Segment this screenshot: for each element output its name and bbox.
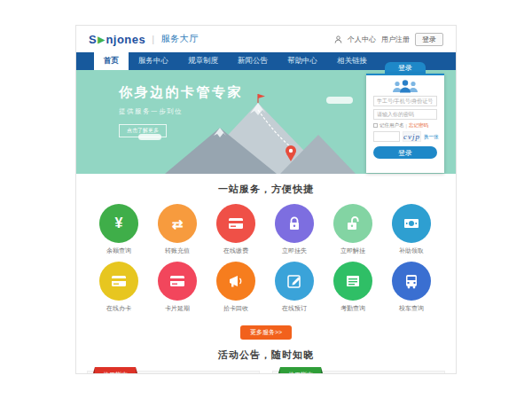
service-label: 考勤查询 [324,304,382,313]
hero-cta-button[interactable]: 点击了解更多 [119,124,167,137]
service-label: 余额查询 [90,246,148,255]
services-grid: ¥ 余额查询 ⇄ 转账充值 在线缴费 立即挂失 [90,204,442,319]
service-balance[interactable]: ¥ 余额查询 [90,204,148,255]
service-bus[interactable]: 校车查询 [382,262,441,313]
service-label: 立即解挂 [324,246,382,255]
nav-item-service-center[interactable]: 服务中心 [129,52,178,70]
hero-subtitle: 提供服务一步到位 [119,107,243,116]
bank-card-icon [227,215,245,232]
logo-divider: | [152,34,154,44]
edit-icon [286,272,303,290]
service-payment[interactable]: 在线缴费 [207,204,265,255]
users-group-icon [390,79,420,93]
top-login-button[interactable]: 登录 [415,33,443,46]
service-label: 转账充值 [148,246,207,255]
service-transfer[interactable]: ⇄ 转账充值 [148,204,207,255]
logo-arrow-icon: ▶ [98,35,105,44]
tab-usage-guide[interactable]: 使用指南 [280,367,321,374]
list-icon [344,272,362,290]
service-label: 在线办卡 [90,304,148,313]
service-label: 卡片延期 [148,304,207,313]
more-link[interactable]: 更多>> [237,373,254,374]
service-attendance[interactable]: 考勤查询 [324,262,382,313]
login-tab[interactable]: 登录 [385,62,426,74]
personal-center-link[interactable]: 个人中心 [348,35,376,44]
remember-checkbox[interactable] [373,123,378,128]
captcha-row: cvjp 换一张 [373,131,437,142]
service-report-loss[interactable]: 立即挂失 [265,204,324,255]
nav-item-news[interactable]: 新闻公告 [228,52,278,70]
hero-title: 你身边的卡管专家 [119,84,243,101]
panel-header: 使用指南 最新公告 更多>> [87,371,260,374]
announcement-panels: 使用指南 最新公告 更多>> 使用指南 更多>> [76,371,456,374]
lock-icon [286,215,303,232]
remember-label: 记住用户名 [379,122,404,129]
hero-copy: 你身边的卡管专家 提供服务一步到位 点击了解更多 [119,84,243,137]
service-unreport-loss[interactable]: 立即解挂 [324,204,382,255]
hero-banner: 你身边的卡管专家 提供服务一步到位 点击了解更多 登录 记住用户名 | 忘记密码 [76,70,456,174]
service-label: 在线缴费 [207,246,265,255]
more-link[interactable]: 更多>> [422,373,439,374]
service-label: 在线预订 [265,304,324,313]
banknote-icon [403,215,420,232]
login-panel: 登录 记住用户名 | 忘记密码 cvjp 换一张 [366,62,444,173]
guide-panel-left: 使用指南 最新公告 更多>> [87,371,260,374]
service-online-booking[interactable]: 在线预订 [265,262,324,313]
nav-item-home[interactable]: 首页 [94,52,129,70]
services-section: 一站服务，方便快捷 ¥ 余额查询 ⇄ 转账充值 在线缴费 立即挂失 [76,183,456,340]
user-icon [334,35,342,43]
tab-usage-guide[interactable]: 使用指南 [95,367,136,374]
site-subtitle: 服务大厅 [161,33,199,45]
services-title: 一站服务，方便快捷 [76,183,456,196]
megaphone-icon [227,272,245,290]
announcements-title: 活动公告，随时知晓 [76,348,456,362]
topbar-links: 个人中心 用户注册 登录 [334,33,443,46]
divider: | [406,123,407,129]
announcements-section: 活动公告，随时知晓 使用指南 最新公告 更多>> 使用指南 更多>> [76,348,456,374]
service-subsidy[interactable]: 补助领取 [382,204,441,255]
synjones-logo[interactable]: S▶njones | 服务大厅 [89,33,199,46]
yen-icon: ¥ [115,216,123,231]
service-label: 立即挂失 [265,246,324,255]
nav-item-regulations[interactable]: 规章制度 [178,52,228,70]
remember-row: 记住用户名 | 忘记密码 [373,122,437,129]
user-register-link[interactable]: 用户注册 [381,35,410,44]
service-card-renewal[interactable]: 卡片延期 [148,262,207,313]
bank-card-icon [168,272,186,290]
nav-item-help-center[interactable]: 帮助中心 [278,52,327,70]
unlock-icon [344,215,362,232]
bus-icon [403,272,420,290]
logo-text: S [89,33,97,46]
tab-latest-announcements[interactable]: 最新公告 [146,373,171,375]
service-label: 拾卡回收 [207,304,265,313]
password-input[interactable] [373,109,437,120]
service-label: 补助领取 [382,246,441,255]
service-label: 校车查询 [382,304,441,313]
service-apply-card[interactable]: 在线办卡 [90,262,148,313]
captcha-image[interactable]: cvjp [403,131,421,142]
service-card-recycle[interactable]: 拾卡回收 [207,262,265,313]
bank-card-icon [110,272,128,290]
site-page: S▶njones | 服务大厅 个人中心 用户注册 登录 首页 服务中心 规章制… [75,25,457,374]
logo-text: njones [106,33,145,46]
transfer-icon: ⇄ [172,217,184,231]
captcha-refresh-link[interactable]: 换一张 [424,134,439,140]
captcha-input[interactable] [373,131,400,142]
more-services-button[interactable]: 更多服务>> [240,325,292,340]
panel-header: 使用指南 更多>> [272,371,445,374]
account-input[interactable] [373,96,437,106]
forgot-password-link[interactable]: 忘记密码 [409,122,428,129]
guide-panel-right: 使用指南 更多>> [272,371,445,374]
login-form: 记住用户名 | 忘记密码 cvjp 换一张 登录 [366,74,444,173]
login-submit-button[interactable]: 登录 [373,146,437,159]
topbar: S▶njones | 服务大厅 个人中心 用户注册 登录 [76,26,456,52]
